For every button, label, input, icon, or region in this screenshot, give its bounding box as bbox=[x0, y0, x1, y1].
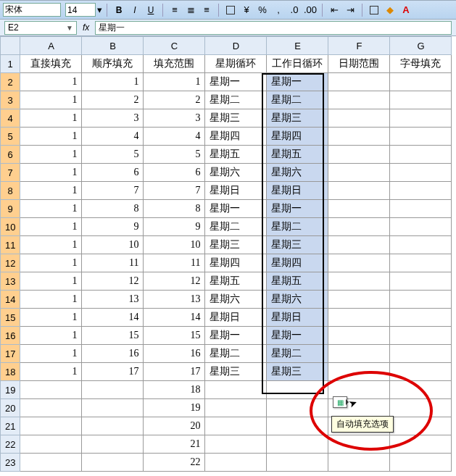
row-header[interactable]: 15 bbox=[1, 309, 20, 327]
cell[interactable]: 星期一 bbox=[205, 327, 267, 345]
cell[interactable]: 星期五 bbox=[267, 146, 328, 164]
fill-color-button[interactable]: ◆ bbox=[383, 3, 397, 17]
cell[interactable]: 17 bbox=[82, 363, 144, 381]
cell[interactable]: 14 bbox=[82, 309, 144, 327]
cell[interactable] bbox=[328, 200, 390, 218]
cell[interactable]: 星期六 bbox=[267, 164, 328, 182]
row-header[interactable]: 21 bbox=[1, 417, 20, 435]
col-header[interactable]: G bbox=[390, 37, 452, 55]
cell[interactable] bbox=[328, 109, 390, 128]
name-box-dropdown-icon[interactable]: ▼ bbox=[66, 24, 73, 32]
cell[interactable] bbox=[20, 381, 82, 399]
cell[interactable] bbox=[328, 272, 390, 291]
decrease-indent-button[interactable]: ⇤ bbox=[327, 3, 341, 17]
font-size-select[interactable] bbox=[65, 3, 96, 17]
cell[interactable]: 10 bbox=[144, 236, 205, 254]
cell[interactable]: 星期三 bbox=[267, 363, 328, 381]
cell[interactable] bbox=[267, 399, 328, 417]
cell[interactable]: 星期五 bbox=[267, 272, 328, 291]
cell[interactable] bbox=[328, 454, 390, 472]
cell[interactable] bbox=[390, 91, 452, 109]
cell[interactable]: 1 bbox=[20, 164, 82, 182]
cell[interactable]: 1 bbox=[20, 109, 82, 128]
cell[interactable]: 7 bbox=[82, 182, 144, 200]
cell[interactable]: 4 bbox=[144, 128, 205, 146]
cell[interactable] bbox=[267, 417, 328, 435]
cell[interactable]: 星期二 bbox=[267, 345, 328, 363]
cell[interactable]: 1 bbox=[20, 309, 82, 327]
cell[interactable]: 5 bbox=[82, 146, 144, 164]
row-header[interactable]: 3 bbox=[1, 91, 20, 109]
cell[interactable]: 工作日循环 bbox=[267, 55, 328, 73]
cell[interactable]: 1 bbox=[20, 272, 82, 291]
cell[interactable] bbox=[267, 454, 328, 472]
cell[interactable] bbox=[82, 381, 144, 399]
decrease-decimal-button[interactable]: .00 bbox=[303, 3, 318, 17]
cell[interactable]: 6 bbox=[82, 164, 144, 182]
cell[interactable]: 星期二 bbox=[267, 91, 328, 109]
cell[interactable]: 星期二 bbox=[205, 91, 267, 109]
row-header[interactable]: 19 bbox=[1, 381, 20, 399]
cell[interactable] bbox=[390, 291, 452, 309]
cell[interactable]: 15 bbox=[82, 327, 144, 345]
cell[interactable]: 20 bbox=[144, 417, 205, 435]
cell[interactable]: 星期四 bbox=[205, 254, 267, 272]
col-header[interactable]: F bbox=[328, 37, 390, 55]
cell[interactable] bbox=[390, 73, 452, 91]
cell[interactable]: 3 bbox=[144, 109, 205, 128]
cell[interactable]: 12 bbox=[82, 272, 144, 291]
cell[interactable] bbox=[328, 128, 390, 146]
cell[interactable]: 星期日 bbox=[205, 182, 267, 200]
cell[interactable]: 星期四 bbox=[267, 128, 328, 146]
cell[interactable]: 1 bbox=[20, 182, 82, 200]
cell[interactable]: 3 bbox=[82, 109, 144, 128]
cell[interactable] bbox=[390, 146, 452, 164]
select-all-corner[interactable] bbox=[1, 37, 20, 55]
cell[interactable] bbox=[267, 381, 328, 399]
cell[interactable]: 星期一 bbox=[267, 327, 328, 345]
row-header[interactable]: 7 bbox=[1, 164, 20, 182]
col-header[interactable]: D bbox=[205, 37, 267, 55]
cell[interactable] bbox=[82, 417, 144, 435]
cell[interactable]: 星期二 bbox=[205, 345, 267, 363]
cell[interactable] bbox=[20, 417, 82, 435]
borders-button[interactable] bbox=[367, 3, 381, 17]
font-color-button[interactable]: A bbox=[399, 3, 413, 17]
col-header[interactable]: B bbox=[82, 37, 144, 55]
cell[interactable] bbox=[390, 272, 452, 291]
cell[interactable]: 12 bbox=[144, 272, 205, 291]
cell[interactable]: 8 bbox=[144, 200, 205, 218]
cell[interactable] bbox=[20, 454, 82, 472]
cell[interactable] bbox=[82, 454, 144, 472]
align-left-button[interactable]: ≡ bbox=[167, 3, 182, 17]
cell[interactable]: 1 bbox=[20, 128, 82, 146]
cell[interactable] bbox=[20, 399, 82, 417]
cell[interactable]: 星期一 bbox=[267, 200, 328, 218]
cell[interactable]: 17 bbox=[144, 363, 205, 381]
row-header[interactable]: 12 bbox=[1, 254, 20, 272]
comma-button[interactable]: , bbox=[271, 3, 286, 17]
row-header[interactable]: 23 bbox=[1, 454, 20, 472]
cell[interactable]: 9 bbox=[82, 218, 144, 236]
cell[interactable]: 18 bbox=[144, 381, 205, 399]
cell[interactable]: 2 bbox=[144, 91, 205, 109]
cell[interactable]: 星期三 bbox=[205, 109, 267, 128]
cell[interactable]: 11 bbox=[82, 254, 144, 272]
percent-button[interactable]: % bbox=[255, 3, 270, 17]
autofill-options-button[interactable]: ▦ bbox=[333, 396, 347, 408]
cell[interactable] bbox=[390, 399, 452, 417]
cell[interactable] bbox=[20, 435, 82, 454]
cell[interactable]: 1 bbox=[20, 291, 82, 309]
cell[interactable] bbox=[328, 363, 390, 381]
cell[interactable] bbox=[328, 73, 390, 91]
cell[interactable] bbox=[390, 254, 452, 272]
cell[interactable]: 1 bbox=[20, 146, 82, 164]
cell[interactable]: 星期一 bbox=[267, 73, 328, 91]
cell[interactable]: 星期二 bbox=[205, 218, 267, 236]
cell[interactable] bbox=[390, 435, 452, 454]
row-header[interactable]: 16 bbox=[1, 327, 20, 345]
cell[interactable]: 日期范围 bbox=[328, 55, 390, 73]
cell[interactable]: 1 bbox=[20, 218, 82, 236]
bold-button[interactable]: B bbox=[112, 3, 126, 17]
cell[interactable] bbox=[390, 381, 452, 399]
